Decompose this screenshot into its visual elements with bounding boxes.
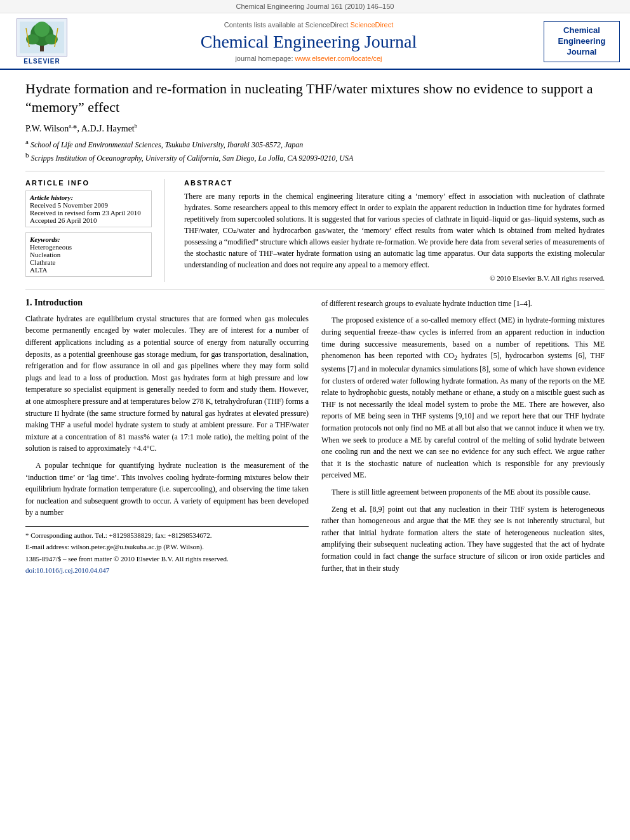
keywords-section: Keywords: Heterogeneous Nucleation Clath… bbox=[25, 232, 152, 277]
keywords-list: Heterogeneous Nucleation Clathrate ALTA bbox=[30, 243, 147, 274]
article-info-heading: ARTICLE INFO bbox=[25, 179, 152, 187]
intro-para-2: A popular technique for quantifying hydr… bbox=[25, 460, 309, 519]
article-info-panel: ARTICLE INFO Article history: Received 5… bbox=[25, 179, 165, 282]
left-body-text: Clathrate hydrates are equilibrium cryst… bbox=[25, 313, 309, 519]
sciencedirect-anchor[interactable]: ScienceDirect bbox=[350, 21, 393, 29]
journal-title: Chemical Engineering Journal bbox=[74, 31, 544, 53]
journal-header: ELSEVIER Contents lists available at Sci… bbox=[0, 13, 630, 70]
affiliation-b: b Scripps Institution of Oceanography, U… bbox=[25, 151, 605, 163]
journal-header-center: Contents lists available at ScienceDirec… bbox=[74, 21, 544, 63]
elsevier-logo-image bbox=[17, 18, 67, 57]
body-content: 1. Introduction Clathrate hydrates are e… bbox=[25, 298, 605, 579]
info-section: ARTICLE INFO Article history: Received 5… bbox=[25, 179, 605, 282]
article-history: Article history: Received 5 November 200… bbox=[25, 190, 152, 227]
doi-line: doi:10.1016/j.cej.2010.04.047 bbox=[25, 566, 309, 574]
journal-homepage: journal homepage: www.elsevier.com/locat… bbox=[74, 55, 544, 62]
page: Chemical Engineering Journal 161 (2010) … bbox=[0, 0, 630, 840]
elsevier-logo: ELSEVIER bbox=[10, 18, 74, 65]
elsevier-logo-area: ELSEVIER bbox=[10, 18, 74, 65]
footnote-email: E-mail address: wilson.peter.ge@u.tsukub… bbox=[25, 542, 309, 552]
journal-name-box-area: ChemicalEngineeringJournal bbox=[544, 21, 620, 62]
journal-name-box: ChemicalEngineeringJournal bbox=[544, 21, 620, 62]
article-title: Hydrate formation and re-formation in nu… bbox=[25, 80, 605, 116]
footnote-corresponding: * Corresponding author. Tel.: +812985388… bbox=[25, 531, 309, 540]
right-para-2: The proposed existence of a so-called me… bbox=[321, 314, 605, 481]
copyright: © 2010 Elsevier B.V. All rights reserved… bbox=[184, 274, 605, 282]
journal-citation: Chemical Engineering Journal 161 (2010) … bbox=[236, 3, 394, 10]
right-body-text: of different research groups to evaluate… bbox=[321, 298, 605, 574]
accepted-date: Accepted 26 April 2010 bbox=[30, 217, 147, 224]
journal-citation-bar: Chemical Engineering Journal 161 (2010) … bbox=[0, 0, 630, 13]
revised-date: Received in revised form 23 April 2010 bbox=[30, 209, 147, 217]
body-left-column: 1. Introduction Clathrate hydrates are e… bbox=[25, 298, 309, 579]
separator bbox=[25, 171, 605, 171]
svg-point-5 bbox=[34, 22, 50, 37]
section-1-title: 1. Introduction bbox=[25, 298, 309, 308]
footnote-issn: 1385-8947/$ – see front matter © 2010 El… bbox=[25, 554, 309, 564]
author-names: P.W. Wilsona,*, A.D.J. Haymetb bbox=[25, 124, 137, 133]
abstract-text: There are many reports in the chemical e… bbox=[184, 190, 605, 270]
separator-2 bbox=[25, 290, 605, 290]
keywords-label: Keywords: bbox=[30, 236, 147, 243]
right-para-3: There is still little agreement between … bbox=[321, 486, 605, 498]
abstract-section: ABSTRACT There are many reports in the c… bbox=[184, 179, 605, 282]
footnote-area: * Corresponding author. Tel.: +812985388… bbox=[25, 526, 309, 574]
keyword-2: Nucleation bbox=[30, 251, 147, 258]
keyword-1: Heterogeneous bbox=[30, 243, 147, 251]
sciencedirect-link: Contents lists available at ScienceDirec… bbox=[74, 21, 544, 29]
journal-homepage-link[interactable]: www.elsevier.com/locate/cej bbox=[295, 55, 382, 62]
affiliation-a: a School of Life and Environmental Scien… bbox=[25, 138, 605, 150]
keyword-3: Clathrate bbox=[30, 258, 147, 266]
main-content: Hydrate formation and re-formation in nu… bbox=[0, 70, 630, 840]
right-para-4: Zeng et al. [8,9] point out that any nuc… bbox=[321, 503, 605, 575]
elsevier-label: ELSEVIER bbox=[23, 58, 60, 65]
intro-para-1: Clathrate hydrates are equilibrium cryst… bbox=[25, 313, 309, 455]
body-right-column: of different research groups to evaluate… bbox=[321, 298, 605, 579]
received-date: Received 5 November 2009 bbox=[30, 201, 147, 209]
keyword-4: ALTA bbox=[30, 266, 147, 274]
history-label: Article history: bbox=[30, 194, 147, 201]
abstract-heading: ABSTRACT bbox=[184, 179, 605, 187]
authors: P.W. Wilsona,*, A.D.J. Haymetb bbox=[25, 123, 605, 134]
right-para-1: of different research groups to evaluate… bbox=[321, 298, 605, 310]
